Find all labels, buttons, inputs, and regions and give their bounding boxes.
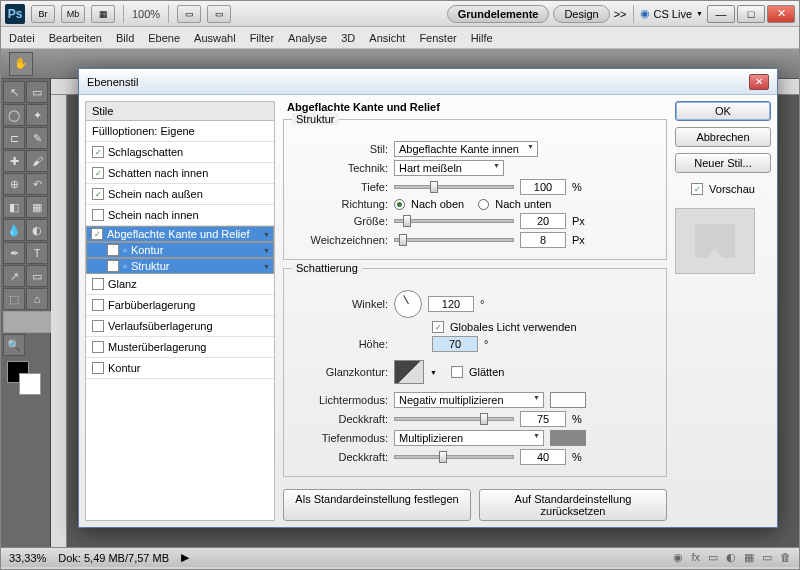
- dialog-close-button[interactable]: ✕: [749, 74, 769, 90]
- menu-ansicht[interactable]: Ansicht: [369, 32, 405, 44]
- style-item[interactable]: Schlagschatten: [86, 142, 274, 163]
- viewextras-button[interactable]: ▦: [91, 5, 115, 23]
- style-checkbox[interactable]: [92, 362, 104, 374]
- style-item[interactable]: ▫Kontur: [86, 242, 274, 258]
- status-icon[interactable]: ◉: [673, 551, 683, 564]
- minimize-button[interactable]: —: [707, 5, 735, 23]
- lichter-color[interactable]: [550, 392, 586, 408]
- blur-tool[interactable]: 💧: [3, 219, 25, 241]
- style-item[interactable]: Musterüberlagerung: [86, 337, 274, 358]
- style-checkbox[interactable]: [107, 244, 119, 256]
- dodge-tool[interactable]: ◐: [26, 219, 48, 241]
- style-item[interactable]: Schein nach außen: [86, 184, 274, 205]
- deck1-slider[interactable]: [394, 417, 514, 421]
- type-tool[interactable]: T: [26, 242, 48, 264]
- style-item[interactable]: ▫Struktur: [86, 258, 274, 274]
- brush-tool[interactable]: 🖌: [26, 150, 48, 172]
- workspace-design[interactable]: Design: [553, 5, 609, 23]
- menu-hilfe[interactable]: Hilfe: [471, 32, 493, 44]
- status-icon[interactable]: ▦: [744, 551, 754, 564]
- screenmode-button[interactable]: ▭: [207, 5, 231, 23]
- gradient-tool[interactable]: ▦: [26, 196, 48, 218]
- status-icon[interactable]: fx: [691, 551, 700, 564]
- style-checkbox[interactable]: [107, 260, 119, 272]
- color-swatches[interactable]: [7, 361, 44, 391]
- menu-ebene[interactable]: Ebene: [148, 32, 180, 44]
- weich-slider[interactable]: [394, 238, 514, 242]
- cslive-button[interactable]: CS Live: [654, 8, 693, 20]
- glanzkontur-picker[interactable]: [394, 360, 424, 384]
- style-item[interactable]: Kontur: [86, 358, 274, 379]
- lichtermodus-select[interactable]: Negativ multiplizieren: [394, 392, 544, 408]
- status-zoom[interactable]: 33,33%: [9, 552, 46, 564]
- crop-tool[interactable]: ⊏: [3, 127, 25, 149]
- status-icon[interactable]: ▭: [762, 551, 772, 564]
- ok-button[interactable]: OK: [675, 101, 771, 121]
- tiefe-slider[interactable]: [394, 185, 514, 189]
- style-checkbox[interactable]: [92, 299, 104, 311]
- zoom-level[interactable]: 100%: [132, 8, 160, 20]
- style-item[interactable]: Schein nach innen: [86, 205, 274, 226]
- status-icon[interactable]: ▭: [708, 551, 718, 564]
- menu-bild[interactable]: Bild: [116, 32, 134, 44]
- close-button[interactable]: ✕: [767, 5, 795, 23]
- technik-select[interactable]: Hart meißeln: [394, 160, 504, 176]
- zoom-tool[interactable]: 🔍: [3, 334, 25, 356]
- minibridge-button[interactable]: Mb: [61, 5, 85, 23]
- style-item[interactable]: Verlaufsüberlagerung: [86, 316, 274, 337]
- eraser-tool[interactable]: ◧: [3, 196, 25, 218]
- deck1-input[interactable]: [520, 411, 566, 427]
- shape-tool[interactable]: ▭: [26, 265, 48, 287]
- path-tool[interactable]: ↗: [3, 265, 25, 287]
- groesse-input[interactable]: [520, 213, 566, 229]
- style-item[interactable]: Glanz: [86, 274, 274, 295]
- menu-filter[interactable]: Filter: [250, 32, 274, 44]
- winkel-input[interactable]: [428, 296, 474, 312]
- menu-analyse[interactable]: Analyse: [288, 32, 327, 44]
- menu-3d[interactable]: 3D: [341, 32, 355, 44]
- tiefe-input[interactable]: [520, 179, 566, 195]
- bridge-button[interactable]: Br: [31, 5, 55, 23]
- marquee-tool[interactable]: ▭: [26, 81, 48, 103]
- deck2-slider[interactable]: [394, 455, 514, 459]
- arrange-button[interactable]: ▭: [177, 5, 201, 23]
- tiefen-color[interactable]: [550, 430, 586, 446]
- style-checkbox[interactable]: [92, 188, 104, 200]
- style-checkbox[interactable]: [92, 209, 104, 221]
- preview-checkbox[interactable]: [691, 183, 703, 195]
- stamp-tool[interactable]: ⊕: [3, 173, 25, 195]
- eyedropper-tool[interactable]: ✎: [26, 127, 48, 149]
- 3d-tool[interactable]: ⬚: [3, 288, 25, 310]
- richtung-down-radio[interactable]: [478, 199, 489, 210]
- style-checkbox[interactable]: [92, 146, 104, 158]
- style-checkbox[interactable]: [91, 228, 103, 240]
- heal-tool[interactable]: ✚: [3, 150, 25, 172]
- style-checkbox[interactable]: [92, 320, 104, 332]
- global-light-checkbox[interactable]: [432, 321, 444, 333]
- menu-bearbeiten[interactable]: Bearbeiten: [49, 32, 102, 44]
- fill-options[interactable]: Füllloptionen: Eigene: [86, 121, 274, 142]
- hoehe-input[interactable]: [432, 336, 478, 352]
- lasso-tool[interactable]: ◯: [3, 104, 25, 126]
- pen-tool[interactable]: ✒: [3, 242, 25, 264]
- wand-tool[interactable]: ✦: [26, 104, 48, 126]
- style-checkbox[interactable]: [92, 167, 104, 179]
- new-style-button[interactable]: Neuer Stil...: [675, 153, 771, 173]
- style-item[interactable]: Schatten nach innen: [86, 163, 274, 184]
- status-icon[interactable]: 🗑: [780, 551, 791, 564]
- tiefenmodus-select[interactable]: Multiplizieren: [394, 430, 544, 446]
- style-checkbox[interactable]: [92, 278, 104, 290]
- workspace-more[interactable]: >>: [614, 8, 627, 20]
- move-tool[interactable]: ↖: [3, 81, 25, 103]
- dialog-titlebar[interactable]: Ebenenstil ✕: [79, 69, 777, 95]
- hand-tool-icon[interactable]: ✋: [9, 52, 33, 76]
- menu-datei[interactable]: Datei: [9, 32, 35, 44]
- groesse-slider[interactable]: [394, 219, 514, 223]
- workspace-grundelemente[interactable]: Grundelemente: [447, 5, 550, 23]
- camera-tool[interactable]: ⌂: [26, 288, 48, 310]
- set-default-button[interactable]: Als Standardeinstellung festlegen: [283, 489, 471, 521]
- weich-input[interactable]: [520, 232, 566, 248]
- style-checkbox[interactable]: [92, 341, 104, 353]
- cancel-button[interactable]: Abbrechen: [675, 127, 771, 147]
- maximize-button[interactable]: □: [737, 5, 765, 23]
